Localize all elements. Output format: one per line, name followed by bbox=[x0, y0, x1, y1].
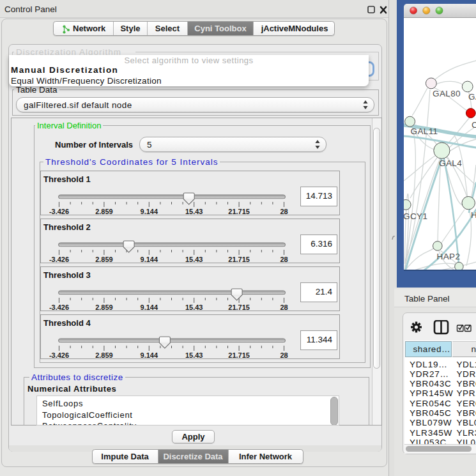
svg-text:2.859: 2.859 bbox=[95, 303, 113, 311]
svg-text:9.144: 9.144 bbox=[141, 208, 158, 215]
svg-text:21.715: 21.715 bbox=[228, 208, 250, 215]
svg-text:21.715: 21.715 bbox=[228, 256, 250, 263]
svg-text:H: H bbox=[471, 210, 476, 220]
svg-text:-3.426: -3.426 bbox=[49, 208, 69, 215]
svg-text:-3.426: -3.426 bbox=[49, 256, 69, 263]
svg-text:28: 28 bbox=[280, 256, 288, 263]
svg-text:9.144: 9.144 bbox=[141, 303, 158, 311]
svg-text:15.43: 15.43 bbox=[185, 208, 203, 215]
svg-text:GA: GA bbox=[468, 92, 476, 102]
svg-text:21.715: 21.715 bbox=[228, 303, 250, 311]
svg-text:15.43: 15.43 bbox=[185, 303, 203, 311]
svg-text:-3.426: -3.426 bbox=[49, 351, 69, 359]
svg-text:HAP2: HAP2 bbox=[437, 252, 461, 261]
svg-text:GCY1: GCY1 bbox=[404, 211, 427, 221]
svg-text:2.859: 2.859 bbox=[95, 208, 113, 215]
svg-text:21.715: 21.715 bbox=[228, 351, 250, 359]
svg-text:28: 28 bbox=[280, 208, 288, 215]
svg-text:2.859: 2.859 bbox=[95, 256, 113, 263]
svg-text:GAL4: GAL4 bbox=[439, 158, 462, 168]
svg-text:9.144: 9.144 bbox=[141, 256, 158, 263]
svg-text:C: C bbox=[472, 120, 476, 130]
svg-text:GAL80: GAL80 bbox=[433, 89, 461, 98]
svg-text:-3.426: -3.426 bbox=[49, 303, 69, 311]
svg-text:15.43: 15.43 bbox=[185, 351, 203, 359]
svg-text:9.144: 9.144 bbox=[141, 351, 158, 359]
svg-text:GAL11: GAL11 bbox=[411, 127, 438, 136]
svg-text:15.43: 15.43 bbox=[185, 256, 203, 263]
svg-text:2.859: 2.859 bbox=[95, 351, 113, 359]
svg-text:28: 28 bbox=[280, 303, 288, 311]
svg-text:28: 28 bbox=[280, 351, 288, 359]
